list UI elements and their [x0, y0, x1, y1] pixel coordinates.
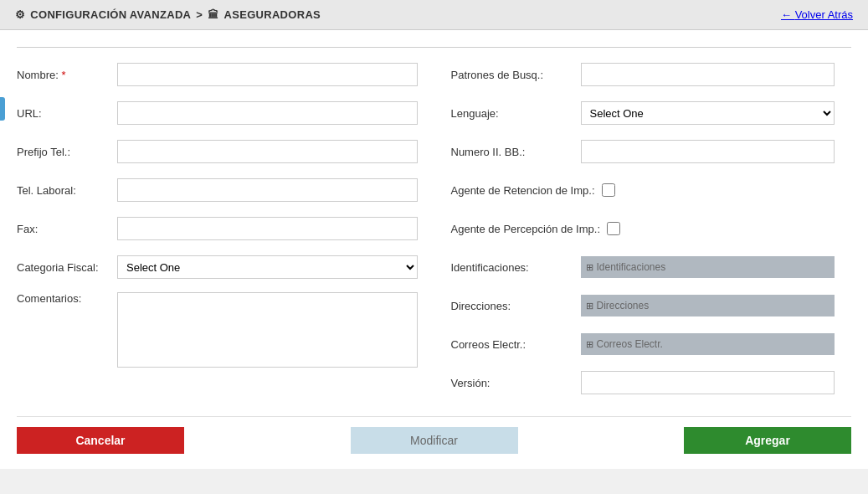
categoria-select[interactable]: Select One	[117, 255, 418, 279]
nombre-row: Nombre: *	[17, 61, 418, 88]
version-row: Versión:	[451, 369, 835, 396]
back-link[interactable]: ← Volver Atrás	[781, 8, 853, 21]
agente-percepcion-label: Agente de Percepción de Imp.:	[451, 223, 608, 235]
direcciones-btn-label: Direcciones	[597, 300, 650, 311]
bank-icon: 🏛	[208, 8, 218, 21]
agente-retencion-checkbox[interactable]	[602, 183, 615, 197]
correos-row: Correos Electr.: ⊞ Correos Electr.	[451, 331, 835, 358]
gear-icon: ⚙	[15, 8, 25, 21]
agente-retencion-row: Agente de Retencion de Imp.:	[451, 177, 835, 203]
breadcrumb-section: CONFIGURACIÓN AVANZADA	[30, 8, 191, 21]
numero-label: Numero II. BB.:	[451, 146, 581, 158]
right-column: Patrones de Busq.: Lenguaje: Select One …	[434, 61, 852, 408]
url-row: URL:	[17, 100, 418, 126]
tel-label: Tel. Laboral:	[17, 184, 117, 197]
lenguaje-label: Lenguaje:	[451, 107, 581, 120]
agente-percepcion-checkbox-wrapper	[607, 222, 620, 235]
modificar-button[interactable]: Modificar	[351, 427, 518, 454]
categoria-label: Categoria Fiscal:	[17, 261, 117, 274]
back-anchor[interactable]: ← Volver Atrás	[781, 8, 853, 21]
nombre-label: Nombre: *	[17, 69, 117, 81]
direcciones-button[interactable]: ⊞ Direcciones	[581, 295, 835, 316]
breadcrumb-page: ASEGURADORAS	[224, 8, 321, 21]
comentarios-textarea[interactable]	[117, 292, 418, 368]
numero-row: Numero II. BB.:	[451, 138, 835, 165]
identificaciones-button[interactable]: ⊞ Identificaciones	[581, 256, 835, 278]
breadcrumb: ⚙ CONFIGURACIÓN AVANZADA > 🏛 ASEGURADORA…	[15, 8, 321, 21]
prefijo-row: Prefijo Tel.:	[17, 138, 418, 165]
url-label: URL:	[17, 107, 117, 120]
patrones-input[interactable]	[581, 63, 835, 86]
agente-percepcion-checkbox[interactable]	[607, 222, 620, 235]
correos-icon: ⊞	[586, 339, 593, 350]
agregar-button[interactable]: Agregar	[684, 427, 851, 454]
required-star: *	[61, 69, 65, 81]
breadcrumb-separator: >	[196, 8, 203, 21]
cancel-button[interactable]: Cancelar	[17, 427, 184, 454]
prefijo-label: Prefijo Tel.:	[17, 146, 117, 158]
correos-btn-label: Correos Electr.	[597, 338, 663, 350]
version-label: Versión:	[451, 377, 581, 389]
back-label: Volver Atrás	[795, 8, 853, 21]
top-divider	[17, 47, 851, 48]
back-arrow-icon: ←	[781, 8, 792, 21]
form-container: Nombre: * URL: Prefijo Tel.: Tel. Labora…	[0, 30, 868, 469]
lenguaje-row: Lenguaje: Select One Español Inglés	[451, 100, 835, 126]
correos-label: Correos Electr.:	[451, 338, 581, 351]
left-column: Nombre: * URL: Prefijo Tel.: Tel. Labora…	[17, 61, 434, 408]
agente-percepcion-row: Agente de Percepción de Imp.:	[451, 215, 835, 242]
direcciones-icon: ⊞	[586, 301, 593, 311]
header: ⚙ CONFIGURACIÓN AVANZADA > 🏛 ASEGURADORA…	[0, 0, 868, 30]
lenguaje-select[interactable]: Select One Español Inglés	[581, 101, 835, 125]
fax-input[interactable]	[117, 217, 418, 240]
correos-button[interactable]: ⊞ Correos Electr.	[581, 333, 835, 355]
identificaciones-icon: ⊞	[586, 262, 593, 273]
comentarios-label: Comentarios:	[17, 292, 117, 305]
prefijo-input[interactable]	[117, 140, 418, 163]
categoria-row: Categoria Fiscal: Select One	[17, 254, 418, 280]
identificaciones-row: Identificaciones: ⊞ Identificaciones	[451, 254, 835, 280]
form-grid: Nombre: * URL: Prefijo Tel.: Tel. Labora…	[17, 61, 851, 408]
direcciones-label: Direcciones:	[451, 300, 581, 312]
agente-retencion-checkbox-wrapper	[602, 183, 615, 197]
tel-input[interactable]	[117, 178, 418, 202]
identificaciones-btn-label: Identificaciones	[597, 261, 666, 273]
numero-input[interactable]	[581, 140, 835, 163]
patrones-label: Patrones de Busq.:	[451, 69, 581, 81]
comentarios-row: Comentarios:	[17, 292, 418, 368]
patrones-row: Patrones de Busq.:	[451, 61, 835, 88]
fax-label: Fax:	[17, 223, 117, 235]
left-indicator	[0, 97, 5, 121]
button-row: Cancelar Modificar Agregar	[17, 416, 851, 461]
version-input[interactable]	[581, 371, 835, 394]
fax-row: Fax:	[17, 215, 418, 242]
agente-retencion-label: Agente de Retencion de Imp.:	[451, 184, 602, 197]
identificaciones-label: Identificaciones:	[451, 261, 581, 274]
direcciones-row: Direcciones: ⊞ Direcciones	[451, 292, 835, 319]
tel-row: Tel. Laboral:	[17, 177, 418, 203]
url-input[interactable]	[117, 101, 418, 125]
nombre-input[interactable]	[117, 63, 418, 86]
